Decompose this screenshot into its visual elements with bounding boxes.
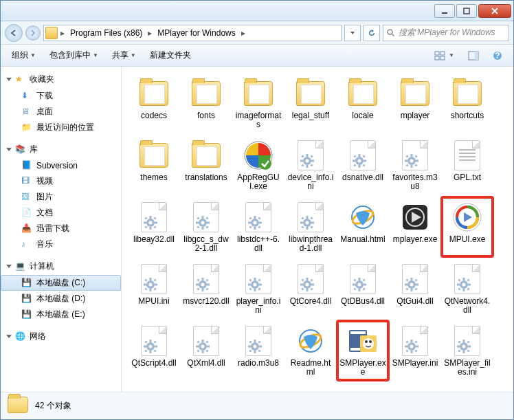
close-button[interactable] xyxy=(478,4,511,18)
minimize-button[interactable] xyxy=(434,4,455,18)
file-item[interactable]: QtDBus4.dll xyxy=(337,259,388,318)
html-file-icon xyxy=(297,327,324,355)
file-name: SMPlayer_files.ini xyxy=(444,359,491,377)
chevron-right-icon[interactable]: ▸ xyxy=(240,28,247,38)
sidebar-item-desktop[interactable]: 🖥桌面 xyxy=(1,104,121,120)
file-item[interactable]: Readme.html xyxy=(285,321,336,380)
sidebar-item-drive-e[interactable]: 💾本地磁盘 (E:) xyxy=(1,307,121,322)
back-button[interactable] xyxy=(5,24,23,42)
file-name: QtXml4.dll xyxy=(187,359,225,368)
share-menu[interactable]: 共享▼ xyxy=(107,47,142,64)
sidebar-item-drive-d[interactable]: 💾本地磁盘 (D:) xyxy=(1,291,121,307)
download-icon: 📥 xyxy=(21,223,32,234)
file-item[interactable]: imageformats xyxy=(233,74,284,133)
exe-icon xyxy=(452,202,482,232)
file-item[interactable]: libgcc_s_dw2-1.dll xyxy=(181,197,232,256)
computer-header[interactable]: 💻计算机 xyxy=(1,258,121,275)
preview-pane-button[interactable] xyxy=(462,48,484,63)
file-item[interactable]: SMPlayer.ini xyxy=(390,321,440,380)
file-name: QtNetwork4.dll xyxy=(444,297,491,315)
svg-rect-1 xyxy=(464,8,469,14)
organize-menu[interactable]: 组织▼ xyxy=(6,47,41,64)
include-library-menu[interactable]: 包含到库中▼ xyxy=(44,47,104,64)
file-item[interactable]: codecs xyxy=(128,74,179,133)
file-item[interactable]: libeay32.dll xyxy=(128,197,179,256)
file-item[interactable]: Manual.html xyxy=(337,197,388,256)
file-item[interactable]: device_info.ini xyxy=(285,135,336,195)
sidebar-item-subversion[interactable]: 📘Subversion xyxy=(1,158,121,173)
music-icon: ♪ xyxy=(21,239,32,250)
file-item[interactable]: libwinpthread-1.dll xyxy=(285,197,336,256)
file-name: imageformats xyxy=(235,111,282,129)
drive-icon: 💾 xyxy=(21,278,32,289)
sidebar-item-drive-c[interactable]: 💾本地磁盘 (C:) xyxy=(1,275,121,291)
file-item[interactable]: GPL.txt xyxy=(442,135,493,195)
network-header[interactable]: 🌐网络 xyxy=(1,328,121,345)
file-item[interactable]: SMPlayer_files.ini xyxy=(442,321,493,380)
status-count: 42 个对象 xyxy=(35,400,71,412)
sidebar-item-recent[interactable]: 📁最近访问的位置 xyxy=(1,120,121,135)
view-options-button[interactable]: ▼ xyxy=(429,48,460,63)
file-item[interactable]: QtXml4.dll xyxy=(181,321,232,380)
favorites-header[interactable]: ★收藏夹 xyxy=(1,71,121,88)
libraries-header[interactable]: 📚库 xyxy=(1,141,121,158)
toolbar: 组织▼ 包含到库中▼ 共享▼ 新建文件夹 ▼ ? xyxy=(1,45,513,67)
picture-icon: 🖼 xyxy=(21,192,32,203)
file-item[interactable]: shortcuts xyxy=(442,74,493,133)
svg-text:?: ? xyxy=(495,51,500,60)
file-item[interactable]: mplayer.exe xyxy=(390,197,440,256)
file-item[interactable]: SMPlayer.exe xyxy=(337,321,388,380)
file-name: mplayer xyxy=(401,111,430,120)
file-item[interactable]: MPUI.ini xyxy=(128,259,179,318)
file-item[interactable]: locale xyxy=(337,74,388,133)
file-item[interactable]: translations xyxy=(181,135,232,195)
file-item[interactable]: legal_stuff xyxy=(285,74,336,133)
file-item[interactable]: QtNetwork4.dll xyxy=(442,259,493,318)
maximize-button[interactable] xyxy=(456,4,477,18)
file-item[interactable]: QtScript4.dll xyxy=(128,321,179,380)
drive-icon: 💾 xyxy=(21,309,32,320)
settings-file-icon xyxy=(350,140,376,170)
file-item[interactable]: themes xyxy=(128,135,179,195)
file-item[interactable]: favorites.m3u8 xyxy=(390,135,440,195)
svg-point-12 xyxy=(259,157,271,170)
breadcrumb-segment[interactable]: MPlayer for Windows xyxy=(155,25,238,41)
sidebar-item-downloads[interactable]: ⬇下载 xyxy=(1,88,121,104)
refresh-button[interactable] xyxy=(364,25,380,41)
search-input[interactable]: 搜索 MPlayer for Windows xyxy=(383,25,509,41)
new-folder-button[interactable]: 新建文件夹 xyxy=(144,47,197,64)
file-name: msvcr120.dll xyxy=(183,297,229,306)
chevron-right-icon[interactable]: ▸ xyxy=(146,28,153,38)
file-item[interactable]: MPUI.exe xyxy=(442,197,493,256)
breadcrumb[interactable]: ▸ Program Files (x86) ▸ MPlayer for Wind… xyxy=(43,25,342,41)
file-name: mplayer.exe xyxy=(393,235,438,244)
file-name: legal_stuff xyxy=(292,111,330,120)
settings-file-icon xyxy=(454,264,480,294)
sidebar-item-music[interactable]: ♪音乐 xyxy=(1,236,121,252)
forward-button[interactable] xyxy=(25,25,41,41)
chevron-right-icon[interactable]: ▸ xyxy=(59,28,66,38)
file-item[interactable]: msvcr120.dll xyxy=(181,259,232,318)
dropdown-button[interactable] xyxy=(344,25,361,41)
breadcrumb-segment[interactable]: Program Files (x86) xyxy=(67,25,145,41)
file-item[interactable]: QtCore4.dll xyxy=(285,259,336,318)
file-item[interactable]: fonts xyxy=(181,74,232,133)
sidebar-item-videos[interactable]: 🎞视频 xyxy=(1,173,121,189)
file-item[interactable]: radio.m3u8 xyxy=(233,321,284,380)
file-item[interactable]: player_info.ini xyxy=(233,259,284,318)
file-item[interactable]: QtGui4.dll xyxy=(390,259,440,318)
file-item[interactable]: libstdc++-6.dll xyxy=(233,197,284,256)
sidebar-item-documents[interactable]: 📄文档 xyxy=(1,205,121,221)
settings-file-icon xyxy=(402,326,428,356)
folder-icon xyxy=(296,81,325,106)
file-item[interactable]: AppRegGUI.exe xyxy=(233,135,284,195)
file-name: favorites.m3u8 xyxy=(392,173,438,191)
file-list[interactable]: codecsfontsimageformatslegal_stufflocale… xyxy=(122,67,513,392)
help-button[interactable]: ? xyxy=(487,48,508,63)
navigation-pane: ★收藏夹 ⬇下载 🖥桌面 📁最近访问的位置 📚库 📘Subversion 🎞视频… xyxy=(1,67,122,392)
sidebar-item-xunlei[interactable]: 📥迅雷下载 xyxy=(1,221,121,236)
file-item[interactable]: dsnative.dll xyxy=(337,135,388,195)
sidebar-item-pictures[interactable]: 🖼图片 xyxy=(1,189,121,205)
svg-rect-0 xyxy=(442,12,447,14)
file-item[interactable]: mplayer xyxy=(390,74,440,133)
